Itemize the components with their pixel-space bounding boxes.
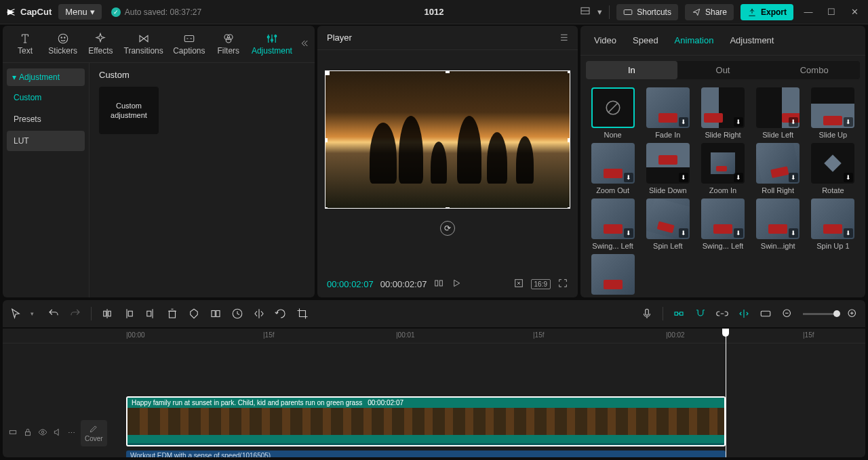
- delete-left-icon[interactable]: [123, 308, 135, 320]
- anim-label: Rotate: [822, 186, 844, 194]
- video-clip[interactable]: Happy family run at sunset in park. Chil…: [126, 396, 726, 446]
- anim-swing-right[interactable]: ⬇Swin...ight: [753, 198, 804, 250]
- close-button[interactable]: ✕: [846, 4, 863, 20]
- share-button[interactable]: Share: [685, 4, 734, 20]
- layout-icon[interactable]: [580, 5, 591, 18]
- anim-slide-right[interactable]: ⬇Slide Right: [697, 87, 748, 139]
- mirror-icon[interactable]: [253, 308, 265, 320]
- caption-icon[interactable]: [760, 308, 772, 320]
- menu-button[interactable]: Menu ▾: [58, 4, 102, 20]
- link-icon[interactable]: [716, 308, 728, 320]
- custom-adjustment-thumb[interactable]: Custom adjustment: [99, 87, 159, 134]
- prop-tab-speed[interactable]: Speed: [625, 26, 667, 55]
- anim-slide-down[interactable]: ⬇Slide Down: [642, 143, 693, 194]
- export-button[interactable]: Export: [741, 4, 793, 20]
- sidebar-item-custom[interactable]: Custom: [7, 87, 85, 108]
- anim-zoom-in[interactable]: ⬇Zoom In: [697, 143, 748, 194]
- menu-label: Menu: [65, 7, 87, 17]
- magnet-track-icon[interactable]: [694, 308, 707, 320]
- sidebar-item-presets[interactable]: Presets: [7, 109, 85, 129]
- delete-right-icon[interactable]: [144, 308, 157, 320]
- video-preview[interactable]: [325, 70, 570, 209]
- anim-sub-in[interactable]: In: [586, 61, 677, 79]
- tab-adjustment[interactable]: Adjustment: [248, 30, 296, 58]
- prop-tab-video[interactable]: Video: [586, 26, 625, 55]
- tab-label: Adjustment: [252, 46, 292, 56]
- mute-icon[interactable]: [53, 427, 62, 438]
- anim-sub-combo[interactable]: Combo: [768, 61, 860, 79]
- split-icon[interactable]: [101, 308, 113, 320]
- cover-button[interactable]: Cover: [81, 420, 107, 446]
- undo-icon[interactable]: [47, 308, 60, 320]
- anim-label: Zoom Out: [596, 186, 629, 194]
- compare-icon[interactable]: [433, 278, 444, 291]
- pointer-dropdown-icon[interactable]: ▾: [26, 308, 38, 320]
- delete-icon[interactable]: [166, 308, 178, 320]
- anim-fade-in[interactable]: ⬇Fade In: [642, 87, 693, 139]
- crop-icon[interactable]: [296, 308, 309, 320]
- anim-slide-up[interactable]: ⬇Slide Up: [808, 87, 859, 139]
- stack-icon[interactable]: [210, 308, 222, 320]
- anim-swing-left[interactable]: ⬇Swing... Left: [587, 198, 638, 250]
- reverse-icon[interactable]: [231, 308, 243, 320]
- animation-grid: None ⬇Fade In ⬇Slide Right ⬇Slide Left ⬇…: [580, 85, 865, 297]
- anim-label: Spin Up 1: [816, 242, 849, 250]
- svg-point-44: [41, 431, 44, 434]
- download-icon: ⬇: [844, 117, 853, 127]
- play-icon[interactable]: [451, 278, 462, 291]
- shortcuts-button[interactable]: Shortcuts: [616, 4, 678, 20]
- anim-slide-left[interactable]: ⬇Slide Left: [753, 87, 804, 139]
- scale-icon[interactable]: [513, 278, 524, 291]
- rotate-icon[interactable]: [275, 308, 287, 320]
- zoom-out-icon[interactable]: [781, 308, 793, 320]
- anim-extra[interactable]: [587, 254, 638, 295]
- tab-text[interactable]: Text: [8, 30, 42, 58]
- chevron-down-icon[interactable]: ▾: [597, 7, 602, 17]
- svg-rect-32: [646, 309, 649, 315]
- pointer-tool-icon[interactable]: [9, 308, 22, 320]
- sidebar-head-adjustment[interactable]: ▾Adjustment: [7, 68, 85, 86]
- prop-tab-animation[interactable]: Animation: [667, 26, 722, 55]
- download-icon: ⬇: [734, 173, 743, 182]
- magnet-main-icon[interactable]: [673, 308, 685, 320]
- prop-tab-adjustment[interactable]: Adjustment: [722, 26, 782, 55]
- anim-rotate[interactable]: ⬇Rotate: [808, 143, 859, 194]
- anim-none[interactable]: None: [587, 87, 638, 139]
- maximize-button[interactable]: ☐: [823, 4, 840, 20]
- preview-axis-icon[interactable]: [738, 308, 750, 320]
- anim-spin-left[interactable]: ⬇Spin Left: [642, 198, 693, 250]
- anim-spin-up-1[interactable]: ⬇Spin Up 1: [808, 198, 859, 250]
- timeline[interactable]: |00:00|15f|00:01|15f|00:02|15f ⋯ Cover ⋯…: [3, 329, 865, 457]
- tab-stickers[interactable]: Stickers: [45, 30, 81, 58]
- refresh-icon[interactable]: ⟳: [440, 221, 455, 236]
- tab-effects[interactable]: Effects: [83, 30, 117, 58]
- zoom-slider[interactable]: [803, 313, 837, 315]
- fullscreen-icon[interactable]: [557, 278, 568, 291]
- timeline-ruler[interactable]: |00:00|15f|00:01|15f|00:02|15f: [3, 329, 865, 343]
- download-icon: ⬇: [624, 173, 633, 182]
- minimize-button[interactable]: —: [800, 4, 816, 20]
- anim-sub-out[interactable]: Out: [677, 61, 769, 79]
- audio-clip[interactable]: Workout EDM with a sense of speed(101650…: [126, 451, 726, 457]
- eye-icon[interactable]: [38, 427, 47, 438]
- zoom-in-icon[interactable]: [846, 308, 859, 320]
- tab-captions[interactable]: Captions: [170, 30, 209, 58]
- anim-swing-left-2[interactable]: ⬇Swing... Left: [697, 198, 748, 250]
- anim-zoom-out[interactable]: ⬇Zoom Out: [587, 143, 638, 194]
- more-icon[interactable]: ⋯: [68, 429, 75, 438]
- aspect-ratio[interactable]: 16:9: [531, 279, 551, 289]
- mic-icon[interactable]: [641, 308, 653, 320]
- project-name[interactable]: 1012: [425, 7, 444, 17]
- svg-rect-25: [128, 311, 132, 316]
- player-menu-icon[interactable]: ☰: [560, 33, 568, 43]
- lock-icon[interactable]: [23, 427, 33, 438]
- marker-icon[interactable]: [188, 308, 200, 320]
- playhead[interactable]: [726, 329, 726, 457]
- anim-roll-right[interactable]: ⬇Roll Right: [753, 143, 804, 194]
- track-toggle-icon[interactable]: [8, 427, 18, 438]
- anim-label: Slide Left: [762, 131, 793, 139]
- sidebar-item-lut[interactable]: LUT: [7, 131, 85, 151]
- collapse-panel-icon[interactable]: [298, 38, 309, 51]
- tab-filters[interactable]: Filters: [212, 30, 245, 58]
- tab-transitions[interactable]: Transitions: [120, 30, 166, 58]
